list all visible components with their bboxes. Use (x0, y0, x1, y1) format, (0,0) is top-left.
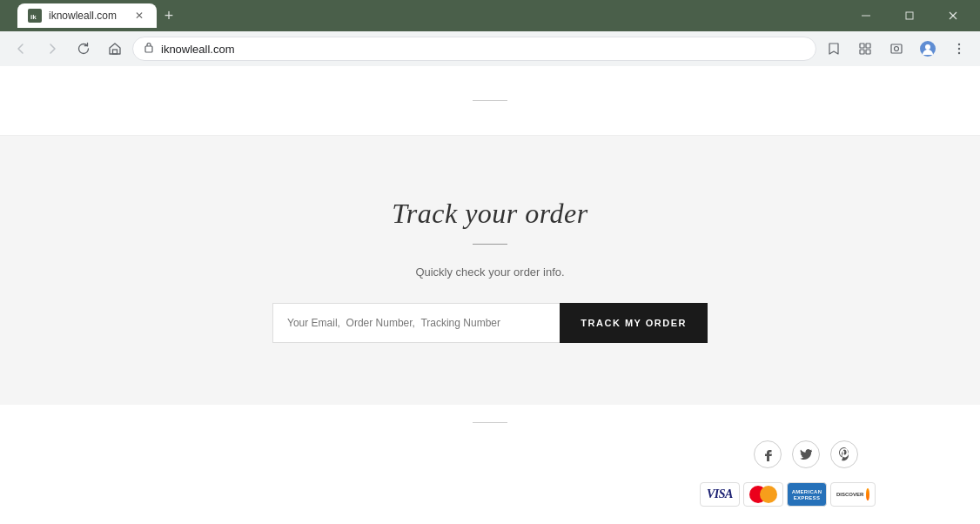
footer-divider (473, 422, 507, 423)
home-button[interactable] (101, 35, 129, 63)
track-form: TRACK MY ORDER (272, 303, 708, 343)
forward-button[interactable] (38, 35, 66, 63)
header-divider (473, 100, 507, 101)
svg-rect-2 (862, 16, 870, 17)
screenshot-button[interactable] (883, 35, 910, 63)
visa-payment-icon: VISA (700, 482, 740, 507)
social-icons (17, 440, 963, 468)
tab-favicon: ik (28, 9, 42, 23)
svg-rect-8 (860, 44, 864, 48)
nav-right-icons (820, 35, 973, 63)
svg-text:ik: ik (30, 13, 37, 21)
close-button[interactable] (933, 0, 973, 31)
svg-rect-10 (860, 50, 864, 54)
back-button[interactable] (7, 35, 35, 63)
title-bar: ik iknowleall.com ✕ + (0, 0, 980, 31)
svg-rect-3 (906, 12, 913, 19)
mastercard-payment-icon (743, 482, 783, 507)
svg-point-15 (925, 44, 930, 50)
amex-payment-icon: AMERICAN EXPRESS (787, 482, 827, 507)
svg-point-17 (958, 48, 960, 50)
svg-rect-6 (113, 50, 117, 54)
browser-frame: ik iknowleall.com ✕ + (0, 0, 980, 524)
url-display: iknowleall.com (161, 43, 805, 56)
discover-payment-icon: DISCOVER (830, 482, 876, 507)
mc-orange-circle (760, 486, 777, 503)
tab-title: iknowleall.com (49, 10, 125, 22)
address-bar[interactable]: iknowleall.com (132, 37, 816, 61)
mastercard-circles (749, 486, 777, 503)
new-tab-button[interactable]: + (157, 3, 181, 28)
reload-button[interactable] (70, 35, 97, 63)
site-footer: VISA AMERICAN EXPRESS DISCOVER (0, 405, 980, 524)
track-order-button[interactable]: TRACK MY ORDER (560, 303, 708, 343)
svg-point-13 (895, 47, 899, 51)
amex-line2: EXPRESS (794, 495, 820, 500)
active-tab[interactable]: ik iknowleall.com ✕ (17, 3, 157, 28)
window-right-controls (846, 0, 973, 31)
tab-close-button[interactable]: ✕ (132, 9, 146, 23)
nav-bar: iknowleall.com (0, 31, 980, 66)
minimize-button[interactable] (846, 0, 886, 31)
bookmark-button[interactable] (820, 35, 848, 63)
svg-point-18 (958, 52, 960, 54)
visa-label: VISA (707, 487, 733, 501)
facebook-icon[interactable] (754, 440, 782, 468)
pinterest-icon[interactable] (830, 440, 858, 468)
amex-line1: AMERICAN (792, 489, 822, 494)
menu-button[interactable] (945, 35, 973, 63)
svg-rect-12 (891, 44, 902, 53)
svg-rect-9 (866, 44, 870, 48)
svg-point-16 (958, 44, 960, 45)
payment-icons: VISA AMERICAN EXPRESS DISCOVER (17, 482, 963, 507)
page-content: Track your order Quickly check your orde… (0, 66, 980, 524)
svg-rect-7 (145, 46, 152, 52)
track-title: Track your order (392, 198, 587, 230)
svg-rect-11 (866, 50, 870, 54)
title-underline (473, 244, 507, 245)
track-section: Track your order Quickly check your orde… (0, 136, 980, 405)
track-order-input[interactable] (272, 303, 560, 343)
track-subtitle: Quickly check your order info. (415, 265, 564, 279)
twitter-icon[interactable] (792, 440, 820, 468)
discover-dot (866, 488, 869, 500)
discover-label: DISCOVER (836, 492, 863, 497)
profile-button[interactable] (914, 35, 942, 63)
maximize-button[interactable] (889, 0, 930, 31)
tab-bar: ik iknowleall.com ✕ + (14, 3, 839, 28)
site-header (0, 66, 980, 136)
lock-icon (144, 41, 154, 57)
extensions-button[interactable] (851, 35, 879, 63)
